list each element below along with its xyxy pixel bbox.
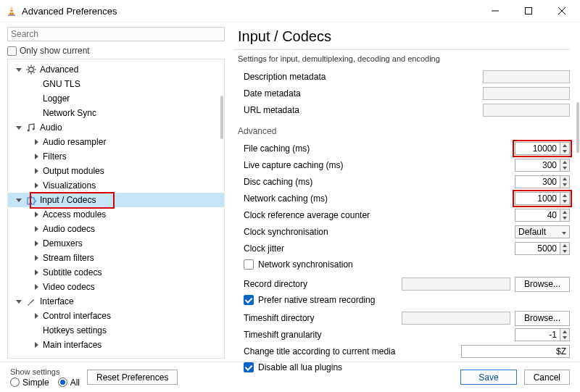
tree-item-stream-filters[interactable]: Stream filters — [8, 251, 224, 265]
page-title: Input / Codecs — [238, 28, 570, 45]
record-dir-input[interactable] — [402, 278, 510, 291]
tree-item-access-modules[interactable]: Access modules — [8, 207, 224, 222]
browse-button[interactable]: Browse... — [515, 277, 570, 292]
minimize-button[interactable] — [478, 0, 512, 22]
network-sync-checkbox[interactable]: Network synchronisation — [238, 257, 570, 272]
arrow-right-icon[interactable] — [33, 225, 40, 233]
tree-item-network-sync[interactable]: Network Sync — [8, 106, 224, 120]
arrow-right-icon[interactable] — [33, 167, 40, 175]
checkbox[interactable] — [244, 362, 254, 372]
live-caching-input[interactable] — [515, 159, 560, 172]
url-metadata-label: URL metadata — [238, 105, 397, 115]
tree-item-logger[interactable]: Logger — [8, 91, 224, 106]
net-caching-input[interactable] — [515, 192, 560, 205]
date-metadata-input[interactable] — [483, 87, 570, 100]
svg-rect-5 — [526, 8, 532, 14]
arrow-right-icon[interactable] — [33, 240, 40, 247]
clock-sync-label: Clock synchronisation — [238, 227, 397, 237]
spin-buttons[interactable] — [560, 159, 570, 172]
checkbox[interactable] — [244, 295, 254, 305]
timeshift-dir-input[interactable] — [402, 312, 510, 325]
tree-item-input-codecs[interactable]: Input / Codecs — [8, 193, 224, 207]
live-caching-label: Live capture caching (ms) — [238, 160, 397, 170]
preferences-tree[interactable]: Advanced GNU TLS Logger Network Sync Aud… — [7, 59, 225, 359]
titlebar: Advanced Preferences — [0, 0, 580, 22]
disable-lua-checkbox[interactable]: Disable all lua plugins — [238, 360, 570, 375]
timeshift-gran-input[interactable] — [515, 328, 560, 341]
arrow-right-icon[interactable] — [33, 211, 40, 218]
spin-buttons[interactable] — [560, 192, 570, 205]
arrow-right-icon[interactable] — [33, 182, 40, 189]
only-show-current-label: Only show current — [20, 46, 90, 56]
arrow-down-icon[interactable] — [15, 124, 22, 131]
arrow-down-icon[interactable] — [15, 298, 22, 305]
arrow-right-icon[interactable] — [33, 341, 40, 349]
file-caching-input[interactable] — [515, 142, 560, 155]
radio-all[interactable]: All — [58, 378, 80, 388]
tree-item-visualizations[interactable]: Visualizations — [8, 178, 224, 193]
cr-average-input[interactable] — [515, 209, 560, 222]
tree-item-control-interfaces[interactable]: Control interfaces — [8, 309, 224, 323]
close-button[interactable] — [545, 0, 579, 22]
tree-item-interface[interactable]: Interface — [8, 294, 224, 309]
tree-item-demuxers[interactable]: Demuxers — [8, 236, 224, 251]
clock-sync-select[interactable]: Default — [515, 225, 570, 238]
arrow-right-icon[interactable] — [33, 283, 40, 291]
arrow-right-icon[interactable] — [33, 312, 40, 320]
spin-buttons[interactable] — [560, 328, 570, 341]
svg-rect-1 — [8, 14, 15, 16]
search-input[interactable] — [7, 27, 225, 41]
checkbox[interactable] — [244, 259, 254, 270]
spin-buttons[interactable] — [560, 209, 570, 222]
only-show-current[interactable]: Only show current — [7, 46, 225, 56]
scrollbar-thumb[interactable] — [220, 96, 223, 139]
date-metadata-label: Date metadata — [238, 88, 397, 99]
tree-item-advanced[interactable]: Advanced — [8, 62, 224, 77]
clock-jitter-input[interactable] — [515, 242, 560, 255]
spin-buttons[interactable] — [560, 142, 570, 155]
spin-buttons[interactable] — [560, 175, 570, 188]
window-title: Advanced Preferences — [22, 6, 117, 17]
checkbox[interactable] — [7, 46, 17, 56]
chevron-down-icon — [562, 227, 566, 237]
tree-item-gnu-tls[interactable]: GNU TLS — [8, 77, 224, 91]
brush-icon — [25, 296, 37, 307]
tree-item-video-codecs[interactable]: Video codecs — [8, 280, 224, 294]
scrollbar-thumb[interactable] — [576, 102, 579, 153]
tree-item-hotkeys-settings[interactable]: Hotkeys settings — [8, 323, 224, 338]
tree-item-subtitle-codecs[interactable]: Subtitle codecs — [8, 265, 224, 280]
network-sync-label: Network synchronisation — [258, 259, 353, 270]
svg-line-14 — [33, 72, 34, 72]
arrow-right-icon[interactable] — [33, 153, 40, 160]
radio-icon — [10, 378, 20, 387]
tree-item-audio-filters[interactable]: Filters — [8, 149, 224, 164]
tree-item-output-modules[interactable]: Output modules — [8, 164, 224, 178]
tree-item-main-interfaces[interactable]: Main interfaces — [8, 338, 224, 352]
disc-caching-input[interactable] — [515, 175, 560, 188]
file-caching-label: File caching (ms) — [238, 143, 397, 154]
reset-preferences-button[interactable]: Reset Preferences — [87, 370, 178, 385]
net-caching-label: Network caching (ms) — [238, 193, 397, 204]
timeshift-dir-label: Timeshift directory — [238, 313, 397, 323]
change-title-input[interactable] — [461, 345, 570, 358]
prefer-native-checkbox[interactable]: Prefer native stream recording — [238, 293, 570, 307]
vlc-cone-icon — [6, 5, 17, 17]
radio-simple[interactable]: Simple — [10, 378, 49, 388]
desc-metadata-input[interactable] — [483, 70, 570, 83]
url-metadata-input[interactable] — [483, 104, 570, 117]
radio-icon — [58, 378, 67, 387]
advanced-group-title: Advanced — [238, 126, 570, 136]
maximize-button[interactable] — [512, 0, 545, 22]
disable-lua-label: Disable all lua plugins — [258, 362, 342, 372]
spin-buttons[interactable] — [560, 242, 570, 255]
arrow-right-icon[interactable] — [33, 138, 40, 146]
arrow-right-icon[interactable] — [33, 269, 40, 276]
tree-item-audio-resampler[interactable]: Audio resampler — [8, 135, 224, 149]
arrow-down-icon[interactable] — [15, 66, 22, 73]
tree-item-audio[interactable]: Audio — [8, 120, 224, 135]
tree-item-audio-codecs[interactable]: Audio codecs — [8, 222, 224, 236]
browse-button[interactable]: Browse... — [515, 311, 570, 326]
arrow-right-icon[interactable] — [33, 254, 40, 262]
arrow-down-icon[interactable] — [15, 196, 22, 204]
clock-jitter-label: Clock jitter — [238, 243, 397, 254]
